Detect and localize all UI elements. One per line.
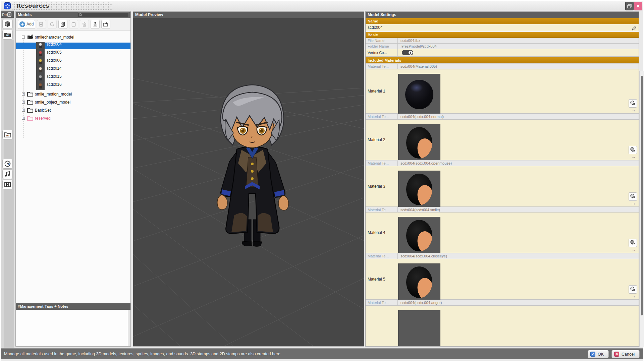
settings-scrollbar-track[interactable] [639,71,644,347]
folder-icon [27,108,33,113]
management-tags-notes-area[interactable] [16,310,128,346]
material-assign-button[interactable] [629,99,637,108]
tree-item-basicset[interactable]: + BasicSet [16,106,130,114]
folder-2d-icon[interactable]: 2D [2,130,13,139]
tree-item-scdx016[interactable]: scdx016 [16,82,130,90]
tree-item-root[interactable]: − smilecharacter_model [16,33,130,41]
material-texture-row: Material Te... scdx004(scdx004.smile) [366,207,639,213]
model-settings-header: Model Settings [366,12,639,18]
character-sprite-icon [39,67,42,73]
stamp-button[interactable] [91,20,100,29]
folder-name-value: .¥res¥model¥scdx004 [398,44,639,49]
search-input[interactable] [83,13,126,17]
vertex-color-toggle[interactable] [402,50,413,55]
music-note-icon[interactable] [2,169,13,179]
material-assign-button[interactable] [629,285,637,294]
material-detail-arrow[interactable]: → [631,294,637,298]
expand-icon[interactable]: + [22,109,25,112]
tree-icon-strip [36,42,45,90]
tree-item-reserved[interactable]: + reserved [16,114,130,122]
material-preview-thumbnail [398,124,440,162]
resources-window: Resources ✕ Re › 3D 2D D [0,0,644,362]
material-texture-value: scdx004(scdx.004.closeeye) [398,253,639,259]
paste-button[interactable] [69,20,78,29]
tree-item-scdx014[interactable]: scdx014 [16,66,130,74]
material-texture-label: Material Te... [366,300,398,305]
tree-item-label: reserved [35,116,51,121]
window-restore-button[interactable] [625,2,634,10]
delete-button[interactable] [80,20,89,29]
tree-item-label: smile_object_model [35,100,70,105]
cancel-button[interactable]: ✕ Cancel [611,350,640,358]
expand-icon[interactable]: + [22,93,25,96]
media-play-icon[interactable]: D [2,159,13,169]
app-icon [4,2,11,9]
tree-item-smile-object-model[interactable]: + smile_object_model [16,98,130,106]
tree-item-scdx004[interactable]: scdx004 [16,42,130,50]
tree-item-label: smilecharacter_model [35,35,74,40]
tree-scrollbar[interactable] [128,310,130,346]
vertex-color-label: Vertex Co... [366,49,398,56]
material-texture-value: scdx004(scdx.004.openmouse) [398,161,639,166]
management-tags-header: #Management Tags + Notes [16,303,130,310]
tree-item-smile-motion-model[interactable]: + smile_motion_model [16,90,130,98]
add-button[interactable]: Add [18,20,35,29]
refresh-button[interactable] [48,20,57,29]
clipboard-icon [71,22,76,27]
model-settings-panel: Model Settings Name scdx004 Basic File N… [365,11,639,347]
sphere-reload-icon [630,147,636,153]
model-preview-title: Model Preview [135,12,163,17]
folder-3d-icon[interactable]: 3D [2,30,13,40]
name-field-row[interactable]: scdx004 [366,24,639,31]
tree-item-label: scdx006 [47,58,62,63]
titlebar[interactable]: Resources ✕ [1,1,643,10]
tree-item-scdx006[interactable]: scdx006 [16,58,130,66]
stamp-cube-icon[interactable] [2,19,13,29]
collapsed-resources-tab[interactable]: Re › [1,11,14,18]
material-detail-arrow[interactable]: → [631,247,637,251]
folder-icon [27,100,33,105]
material-detail-arrow[interactable]: → [631,201,637,205]
folder-export-icon [103,22,109,27]
window-close-button[interactable]: ✕ [634,2,642,10]
material-sphere-preview [406,174,432,205]
material-detail-arrow[interactable]: → [631,155,637,159]
material-label: Material 1 [366,69,398,113]
model-preview-header: Model Preview [133,12,364,18]
tree-item-scdx005[interactable]: scdx005 [16,50,130,58]
film-strip-icon[interactable] [2,180,13,189]
copy-doc-icon [60,22,65,27]
tree-item-scdx015[interactable]: scdx015 [16,74,130,82]
add-to-group-button[interactable] [37,20,46,29]
material-row-1: Material 1 → [366,69,639,114]
material-label: Material 5 [366,259,398,299]
models-panel-title: Models [18,12,32,17]
name-value[interactable]: scdx004 [366,24,639,31]
material-assign-button[interactable] [629,146,637,154]
material-detail-arrow[interactable]: → [631,108,637,112]
expand-icon[interactable]: + [22,101,25,104]
ok-button[interactable]: ✓ OK [588,350,609,358]
material-label [366,306,398,346]
model-preview-viewport[interactable] [133,18,364,346]
duplicate-button[interactable] [58,20,67,29]
model-preview-panel: Model Preview [133,11,364,347]
material-assign-button[interactable] [629,192,637,201]
material-texture-label: Material Te... [366,64,398,69]
ok-check-icon: ✓ [590,352,595,357]
models-search-box[interactable] [78,12,129,17]
sphere-reload-icon [630,287,636,292]
expand-icon[interactable]: + [22,117,25,120]
material-assign-button[interactable] [629,239,637,247]
section-included-materials: Included Materials [366,57,639,63]
edit-pen-icon[interactable] [632,26,637,31]
export-folder-button[interactable] [101,20,110,29]
material-texture-value: scdx004(Material.005) [398,64,639,69]
vertex-color-row: Vertex Co... [366,49,639,57]
collapse-icon[interactable]: − [22,36,25,39]
models-panel: Models Add [15,11,131,347]
folder-name-row: Folder Name .¥res¥model¥scdx004 [366,44,639,49]
sphere-reload-icon [630,194,636,199]
refresh-icon [50,22,55,27]
settings-scrollbar-thumb[interactable] [641,76,643,315]
